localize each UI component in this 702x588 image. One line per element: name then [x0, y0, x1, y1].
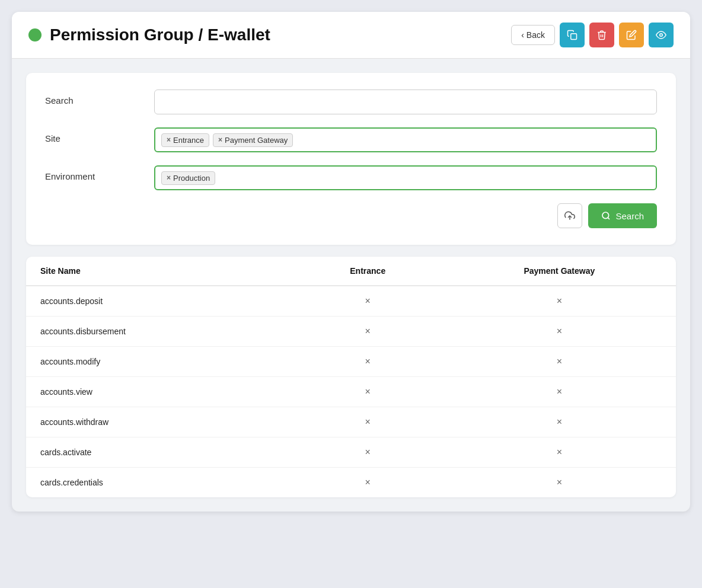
view-icon: [656, 30, 666, 40]
col-payment-gateway: Payment Gateway: [443, 257, 676, 286]
page-container: Permission Group / E-wallet ‹ Back: [12, 12, 690, 512]
col-site-name: Site Name: [26, 257, 293, 286]
header-left: Permission Group / E-wallet: [28, 25, 270, 44]
cell-payment-gateway: ×: [443, 377, 676, 407]
table-card: Site Name Entrance Payment Gateway accou…: [26, 257, 676, 497]
cell-entrance: ×: [293, 437, 443, 468]
environment-tags-input[interactable]: × Production: [154, 165, 657, 190]
back-button[interactable]: ‹ Back: [511, 25, 555, 45]
cell-entrance: ×: [293, 347, 443, 377]
cell-site-name: accounts.view: [26, 377, 293, 407]
table-row: accounts.view××: [26, 377, 676, 407]
cell-payment-gateway: ×: [443, 347, 676, 377]
search-button[interactable]: Search: [588, 203, 657, 228]
cell-site-name: accounts.deposit: [26, 286, 293, 317]
content: Search Site × Entrance × Payment Gateway: [12, 59, 690, 512]
copy-icon: [567, 30, 577, 40]
table-header-row: Site Name Entrance Payment Gateway: [26, 257, 676, 286]
search-icon: [601, 211, 611, 220]
table-row: cards.credentials××: [26, 468, 676, 498]
table-row: accounts.modify××: [26, 347, 676, 377]
svg-line-4: [608, 218, 610, 219]
search-row: Search: [45, 90, 657, 114]
cell-site-name: accounts.disbursement: [26, 317, 293, 347]
cell-payment-gateway: ×: [443, 468, 676, 498]
environment-row: Environment × Production: [45, 165, 657, 190]
environment-label: Environment: [45, 165, 140, 181]
table-row: cards.activate××: [26, 437, 676, 468]
page-title: Permission Group / E-wallet: [50, 25, 270, 44]
cell-entrance: ×: [293, 317, 443, 347]
copy-button[interactable]: [560, 23, 585, 47]
delete-button[interactable]: [589, 23, 614, 47]
cell-payment-gateway: ×: [443, 317, 676, 347]
search-label: Search: [45, 90, 140, 106]
delete-icon: [596, 30, 607, 40]
filter-card: Search Site × Entrance × Payment Gateway: [26, 73, 676, 245]
table-row: accounts.withdraw××: [26, 407, 676, 437]
cell-site-name: accounts.modify: [26, 347, 293, 377]
col-entrance: Entrance: [293, 257, 443, 286]
site-tag-payment-gateway-remove[interactable]: ×: [218, 136, 222, 144]
upload-icon: [564, 210, 575, 221]
header: Permission Group / E-wallet ‹ Back: [12, 12, 690, 59]
site-tag-entrance-remove[interactable]: ×: [167, 136, 171, 144]
environment-tag-production: × Production: [161, 171, 215, 185]
view-button[interactable]: [649, 23, 674, 47]
site-tag-payment-gateway: × Payment Gateway: [213, 133, 293, 147]
upload-button[interactable]: [557, 203, 582, 228]
svg-point-3: [602, 212, 609, 219]
cell-entrance: ×: [293, 468, 443, 498]
svg-point-1: [660, 34, 663, 37]
cell-entrance: ×: [293, 377, 443, 407]
cell-payment-gateway: ×: [443, 407, 676, 437]
site-tag-entrance: × Entrance: [161, 133, 209, 147]
environment-tag-production-remove[interactable]: ×: [167, 174, 171, 182]
site-tags-input[interactable]: × Entrance × Payment Gateway: [154, 127, 657, 152]
site-label: Site: [45, 127, 140, 143]
header-actions: ‹ Back: [511, 23, 674, 47]
edit-icon: [626, 30, 637, 40]
site-row: Site × Entrance × Payment Gateway: [45, 127, 657, 152]
cell-payment-gateway: ×: [443, 437, 676, 468]
status-dot: [28, 28, 42, 41]
table-row: accounts.disbursement××: [26, 317, 676, 347]
filter-actions: Search: [45, 203, 657, 228]
search-input[interactable]: [154, 90, 657, 114]
cell-entrance: ×: [293, 407, 443, 437]
cell-site-name: cards.activate: [26, 437, 293, 468]
cell-site-name: cards.credentials: [26, 468, 293, 498]
permissions-table: Site Name Entrance Payment Gateway accou…: [26, 257, 676, 497]
table-row: accounts.deposit××: [26, 286, 676, 317]
edit-button[interactable]: [619, 23, 644, 47]
svg-rect-0: [571, 34, 577, 40]
cell-payment-gateway: ×: [443, 286, 676, 317]
cell-entrance: ×: [293, 286, 443, 317]
cell-site-name: accounts.withdraw: [26, 407, 293, 437]
